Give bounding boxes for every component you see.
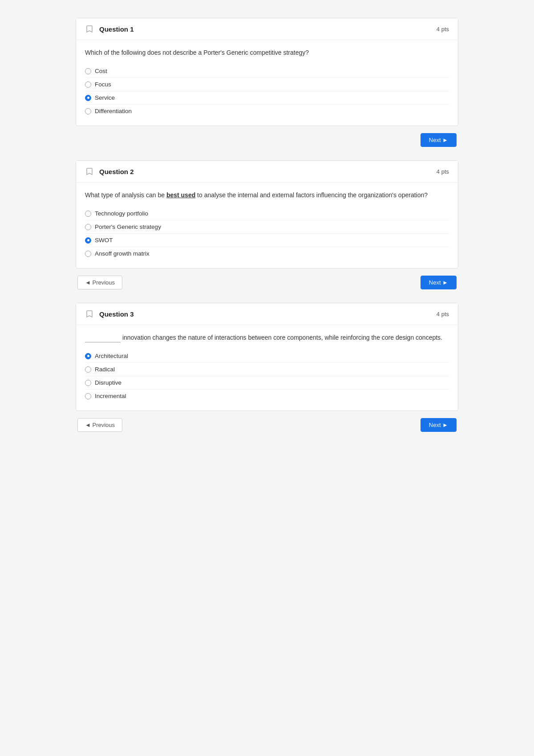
options-list-3: Architectural Radical Disruptive Increme… [85,350,449,402]
radio-q2-tech[interactable] [85,211,91,217]
question-title-3: Question 3 [99,310,134,318]
radio-q1-service[interactable] [85,95,91,101]
question-body-3: innovation changes the nature of interac… [76,325,458,411]
radio-q3-radical[interactable] [85,366,91,373]
question-block-3: Question 3 4 pts innovation changes the … [76,303,458,411]
options-list-2: Technology portfolio Porter's Generic st… [85,207,449,260]
option-q3-disruptive[interactable]: Disruptive [85,376,449,390]
bookmark-icon-3 [85,309,94,318]
question-body-2: What type of analysis can be best used t… [76,183,458,268]
option-label-q2-porter: Porter's Generic strategy [95,224,161,230]
option-q2-swot[interactable]: SWOT [85,234,449,247]
question-pts-1: 4 pts [437,26,449,33]
option-q2-ansoff[interactable]: Ansoff growth matrix [85,247,449,260]
option-label-q3-radical: Radical [95,366,115,373]
radio-q1-focus[interactable] [85,81,91,88]
option-q3-architectural[interactable]: Architectural [85,350,449,363]
question-pts-2: 4 pts [437,168,449,175]
option-q2-tech[interactable]: Technology portfolio [85,207,449,220]
option-q3-incremental[interactable]: Incremental [85,390,449,402]
nav-row-1: Next ► [76,133,458,147]
bookmark-icon-2 [85,167,94,176]
prev-button-2[interactable]: ◄ Previous [77,276,122,289]
question-title-1: Question 1 [99,25,134,33]
option-q1-service[interactable]: Service [85,91,449,105]
option-label-q2-ansoff: Ansoff growth matrix [95,250,150,257]
question-header-left-2: Question 2 [85,167,134,176]
question-body-1: Which of the following does not describe… [76,40,458,126]
question-block-1: Question 1 4 pts Which of the following … [76,18,458,126]
radio-q1-differentiation[interactable] [85,108,91,114]
option-q1-focus[interactable]: Focus [85,78,449,91]
question-header-2: Question 2 4 pts [76,161,458,183]
question-header-left-1: Question 1 [85,24,134,33]
option-label-q3-disruptive: Disruptive [95,379,121,386]
option-label-q1-differentiation: Differentiation [95,108,132,114]
options-list-1: Cost Focus Service Differentiation [85,65,449,118]
option-q1-differentiation[interactable]: Differentiation [85,105,449,118]
next-button-2[interactable]: Next ► [421,276,457,289]
question-text-1: Which of the following does not describe… [85,48,449,57]
option-q3-radical[interactable]: Radical [85,363,449,376]
radio-q3-disruptive[interactable] [85,380,91,386]
question-header-3: Question 3 4 pts [76,303,458,325]
bookmark-icon-1 [85,24,94,33]
radio-q2-swot[interactable] [85,237,91,244]
option-label-q3-architectural: Architectural [95,353,128,359]
question-title-2: Question 2 [99,168,134,175]
blank-span [85,336,121,342]
next-button-3[interactable]: Next ► [421,418,457,432]
next-button-1[interactable]: Next ► [421,133,457,147]
radio-q2-ansoff[interactable] [85,251,91,257]
radio-q3-architectural[interactable] [85,353,91,359]
option-q1-cost[interactable]: Cost [85,65,449,78]
question-header-1: Question 1 4 pts [76,18,458,40]
question-text-3: innovation changes the nature of interac… [85,333,449,342]
option-label-q2-tech: Technology portfolio [95,210,148,217]
option-label-q3-incremental: Incremental [95,393,126,399]
radio-q3-incremental[interactable] [85,393,91,399]
option-label-q2-swot: SWOT [95,237,113,244]
prev-button-3[interactable]: ◄ Previous [77,418,122,432]
question-header-left-3: Question 3 [85,309,134,318]
option-label-q1-service: Service [95,94,115,101]
question-pts-3: 4 pts [437,311,449,317]
question-text-2: What type of analysis can be best used t… [85,191,449,200]
option-label-q1-cost: Cost [95,68,107,74]
nav-row-3: ◄ Previous Next ► [76,418,458,432]
page-container: Question 1 4 pts Which of the following … [76,18,458,432]
nav-row-2: ◄ Previous Next ► [76,276,458,289]
option-label-q1-focus: Focus [95,81,111,88]
question-block-2: Question 2 4 pts What type of analysis c… [76,160,458,268]
radio-q2-porter[interactable] [85,224,91,230]
option-q2-porter[interactable]: Porter's Generic strategy [85,220,449,234]
radio-q1-cost[interactable] [85,68,91,74]
